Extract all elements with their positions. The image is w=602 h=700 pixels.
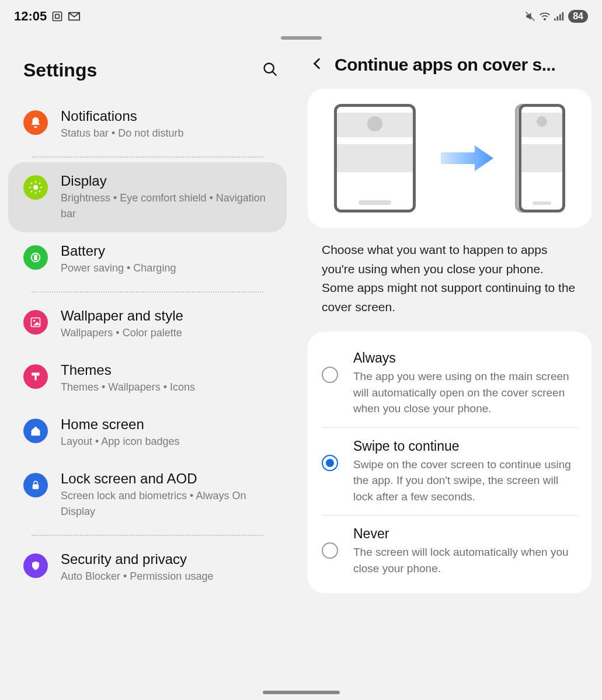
arrow-right-icon <box>438 144 496 172</box>
option-title: Swipe to continue <box>353 438 577 454</box>
option-subtitle: The screen will lock automatically when … <box>353 544 577 576</box>
sidebar-item-themes[interactable]: Themes Themes • Wallpapers • Icons <box>8 351 287 406</box>
status-right: 84 <box>525 10 588 23</box>
divider <box>32 535 263 536</box>
svg-point-3 <box>544 19 546 20</box>
svg-point-22 <box>33 320 35 322</box>
illustration-card <box>308 89 591 228</box>
item-subtitle: Power saving • Charging <box>61 260 279 276</box>
svg-point-10 <box>33 185 38 190</box>
svg-rect-20 <box>34 255 37 259</box>
option-subtitle: Swipe on the cover screen to continue us… <box>353 457 577 505</box>
item-subtitle: Wallpapers • Color palette <box>61 325 279 341</box>
item-subtitle: Status bar • Do not disturb <box>61 126 279 141</box>
cover-screen-illustration <box>519 104 565 213</box>
lock-icon <box>23 473 48 497</box>
item-subtitle: Brightness • Eye comfort shield • Naviga… <box>61 190 279 222</box>
item-title: Wallpaper and style <box>61 308 279 324</box>
gmail-icon <box>68 11 81 22</box>
item-title: Themes <box>61 362 279 378</box>
radio-button[interactable] <box>322 367 338 383</box>
item-title: Security and privacy <box>61 551 279 567</box>
svg-line-18 <box>39 183 40 184</box>
item-title: Home screen <box>61 416 279 433</box>
option-always[interactable]: Always The app you were using on the mai… <box>322 340 577 427</box>
svg-rect-5 <box>557 16 559 20</box>
item-subtitle: Layout • App icon badges <box>61 434 279 450</box>
radio-button[interactable] <box>322 542 338 559</box>
divider <box>32 291 263 292</box>
back-icon[interactable] <box>310 56 325 74</box>
detail-title: Continue apps on cover s... <box>335 55 555 75</box>
sidebar-item-battery[interactable]: Battery Power saving • Charging <box>8 232 287 287</box>
item-title: Display <box>61 173 279 189</box>
item-subtitle: Screen lock and biometrics • Always On D… <box>61 488 279 520</box>
battery-icon <box>23 245 48 270</box>
svg-rect-6 <box>559 14 561 20</box>
settings-master-pane: Settings Notifications Status bar • Do n… <box>0 40 295 700</box>
divider <box>32 156 263 158</box>
sidebar-item-security[interactable]: Security and privacy Auto Blocker • Perm… <box>8 541 287 595</box>
sidebar-item-home-screen[interactable]: Home screen Layout • App icon badges <box>8 406 287 460</box>
svg-line-17 <box>31 191 32 192</box>
option-title: Always <box>353 350 577 366</box>
main-screen-illustration <box>334 104 416 213</box>
page-title: Settings <box>23 60 97 81</box>
description-text: Choose what you want to happen to apps y… <box>308 228 591 332</box>
item-title: Lock screen and AOD <box>61 471 279 487</box>
shield-icon <box>23 553 48 578</box>
sidebar-item-display[interactable]: Display Brightness • Eye comfort shield … <box>8 162 287 232</box>
svg-rect-0 <box>53 12 62 21</box>
item-subtitle: Themes • Wallpapers • Icons <box>61 379 279 395</box>
status-time: 12:05 <box>14 9 47 24</box>
item-subtitle: Auto Blocker • Permission usage <box>61 569 279 584</box>
svg-rect-4 <box>554 19 556 21</box>
focus-mode-icon <box>51 11 63 22</box>
options-card: Always The app you were using on the mai… <box>308 332 591 593</box>
status-bar: 12:05 84 <box>0 0 602 30</box>
brightness-icon <box>23 175 48 200</box>
bell-icon <box>23 110 48 135</box>
svg-line-16 <box>39 191 40 192</box>
svg-rect-21 <box>32 318 40 327</box>
picture-icon <box>23 310 48 335</box>
wifi-icon <box>539 12 551 21</box>
svg-line-15 <box>31 183 32 184</box>
sidebar-item-lock-screen[interactable]: Lock screen and AOD Screen lock and biom… <box>8 460 287 530</box>
option-swipe-to-continue[interactable]: Swipe to continue Swipe on the cover scr… <box>322 427 577 516</box>
svg-line-9 <box>273 71 277 75</box>
sidebar-item-notifications[interactable]: Notifications Status bar • Do not distur… <box>8 97 287 152</box>
home-icon <box>23 419 48 443</box>
mute-icon <box>525 11 535 22</box>
brush-icon <box>23 364 48 389</box>
detail-pane: Continue apps on cover s... Choo <box>295 40 602 700</box>
radio-button[interactable] <box>322 455 338 471</box>
status-left: 12:05 <box>14 9 81 24</box>
sidebar-item-wallpaper[interactable]: Wallpaper and style Wallpapers • Color p… <box>8 297 287 351</box>
option-title: Never <box>353 526 577 542</box>
search-icon[interactable] <box>262 61 279 80</box>
battery-indicator: 84 <box>568 10 588 23</box>
svg-rect-7 <box>562 12 564 20</box>
navigation-bar-handle[interactable] <box>263 691 340 694</box>
item-title: Battery <box>61 243 279 259</box>
signal-icon <box>554 12 565 21</box>
option-subtitle: The app you were using on the main scree… <box>353 368 577 417</box>
svg-rect-1 <box>55 15 60 19</box>
item-title: Notifications <box>61 108 279 124</box>
option-never[interactable]: Never The screen will lock automatically… <box>322 515 577 587</box>
svg-point-8 <box>265 63 274 72</box>
svg-rect-23 <box>33 485 39 489</box>
